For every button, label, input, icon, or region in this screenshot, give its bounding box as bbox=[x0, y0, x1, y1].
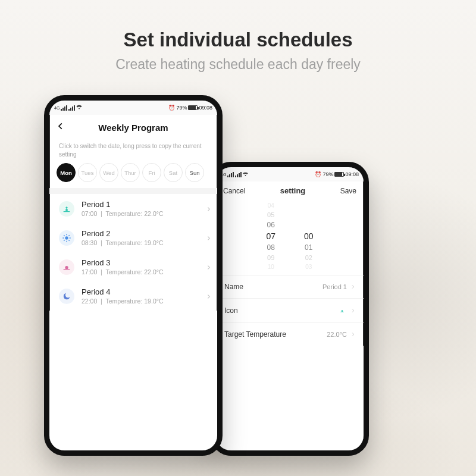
day-fri[interactable]: Fri bbox=[142, 163, 161, 182]
chevron-right-icon bbox=[206, 262, 211, 273]
chevron-right-icon bbox=[350, 331, 355, 338]
period-2-row[interactable]: Period 2 08:30 | Temperature: 19.0°C bbox=[49, 223, 217, 252]
status-bar: 4G ⏰ 79% 09:08 bbox=[49, 101, 217, 115]
marketing-headline: Set individual schedules bbox=[0, 29, 476, 51]
section-gap bbox=[49, 188, 217, 194]
modal-title: setting bbox=[280, 186, 306, 195]
back-button[interactable] bbox=[57, 122, 67, 133]
battery-pct: 79% bbox=[322, 171, 333, 177]
battery-pct: 79% bbox=[176, 105, 187, 111]
chevron-right-icon bbox=[206, 291, 211, 302]
day-thu[interactable]: Thur bbox=[121, 163, 140, 182]
battery-icon bbox=[334, 172, 344, 177]
save-button[interactable]: Save bbox=[340, 187, 356, 195]
day-tue[interactable]: Tues bbox=[78, 163, 97, 182]
alarm-icon: ⏰ bbox=[315, 171, 321, 177]
page-title: Weekly Program bbox=[98, 123, 168, 133]
period-1-row[interactable]: Period 1 07:00 | Temperature: 22.0°C bbox=[49, 194, 217, 223]
chevron-right-icon bbox=[206, 203, 211, 214]
period-detail: 08:30 | Temperature: 19.0°C bbox=[82, 239, 164, 246]
alarm-icon: ⏰ bbox=[168, 105, 175, 111]
period-4-row[interactable]: Period 4 22:00 | Temperature: 19.0°C bbox=[49, 281, 217, 311]
period-name: Period 3 bbox=[82, 258, 164, 267]
status-time: 09:08 bbox=[345, 171, 359, 177]
period-name: Period 2 bbox=[82, 229, 164, 238]
chevron-right-icon bbox=[350, 283, 355, 290]
row-name[interactable]: Name Period 1 bbox=[216, 275, 364, 298]
row-label: Icon bbox=[224, 306, 238, 315]
sunrise-icon bbox=[59, 201, 74, 217]
period-name: Period 1 bbox=[82, 200, 164, 209]
status-bar: 4G ⏰ 79% 09:08 bbox=[216, 167, 364, 181]
modal-header: Cancel setting Save bbox=[216, 181, 364, 200]
hint-text: Click to switch the date, long press to … bbox=[49, 140, 217, 163]
chevron-right-icon bbox=[206, 233, 211, 243]
day-sun[interactable]: Sun bbox=[185, 163, 204, 182]
svg-point-1 bbox=[65, 236, 68, 239]
status-time: 09:08 bbox=[199, 105, 212, 111]
row-label: Target Temperature bbox=[224, 330, 286, 339]
period-3-row[interactable]: Period 3 17:00 | Temperature: 22.0°C bbox=[49, 252, 217, 281]
sun-icon bbox=[59, 230, 74, 246]
battery-icon bbox=[188, 105, 198, 110]
moon-icon bbox=[59, 289, 74, 304]
svg-point-3 bbox=[342, 310, 343, 312]
sunset-icon bbox=[59, 259, 74, 275]
svg-point-2 bbox=[65, 266, 68, 269]
period-name: Period 4 bbox=[82, 287, 164, 296]
time-picker[interactable]: 04 05 06 07 08 09 10 00 01 02 03 bbox=[216, 200, 364, 275]
row-value: Period 1 bbox=[322, 283, 347, 290]
phone-period-setting: 4G ⏰ 79% 09:08 Cancel setting Save 04 05… bbox=[211, 162, 369, 456]
day-selector: Mon Tues Wed Thur Fri Sat Sun bbox=[49, 163, 217, 188]
hour-column[interactable]: 04 05 06 07 08 09 10 bbox=[266, 202, 275, 270]
period-detail: 22:00 | Temperature: 19.0°C bbox=[82, 298, 164, 305]
signal-bars-icon bbox=[61, 105, 67, 111]
phone-weekly-program: 4G ⏰ 79% 09:08 Weekly Program Click to s… bbox=[44, 95, 223, 456]
hour-selected: 07 bbox=[266, 231, 275, 241]
wifi-icon bbox=[243, 171, 248, 177]
row-label: Name bbox=[224, 283, 243, 291]
row-icon[interactable]: Icon bbox=[216, 298, 364, 322]
minute-selected: 00 bbox=[304, 231, 314, 241]
period-detail: 17:00 | Temperature: 22.0°C bbox=[82, 268, 164, 275]
row-target-temperature[interactable]: Target Temperature 22.0°C bbox=[216, 322, 364, 346]
wifi-icon bbox=[76, 105, 82, 111]
navbar: Weekly Program bbox=[49, 115, 217, 140]
day-wed[interactable]: Wed bbox=[99, 163, 118, 182]
day-sat[interactable]: Sat bbox=[164, 163, 183, 182]
signal-bars-icon bbox=[68, 105, 75, 111]
period-detail: 07:00 | Temperature: 22.0°C bbox=[82, 210, 164, 217]
signal-bars-icon bbox=[235, 172, 242, 177]
day-mon[interactable]: Mon bbox=[57, 163, 76, 182]
chevron-right-icon bbox=[350, 307, 355, 314]
svg-point-0 bbox=[65, 209, 68, 211]
signal-bars-icon bbox=[227, 172, 234, 177]
marketing-subhead: Create heating schedule each day freely bbox=[0, 57, 476, 73]
cancel-button[interactable]: Cancel bbox=[223, 187, 245, 195]
sunrise-icon bbox=[337, 306, 347, 315]
minute-column[interactable]: 00 01 02 03 bbox=[304, 202, 314, 270]
row-value: 22.0°C bbox=[327, 331, 347, 338]
